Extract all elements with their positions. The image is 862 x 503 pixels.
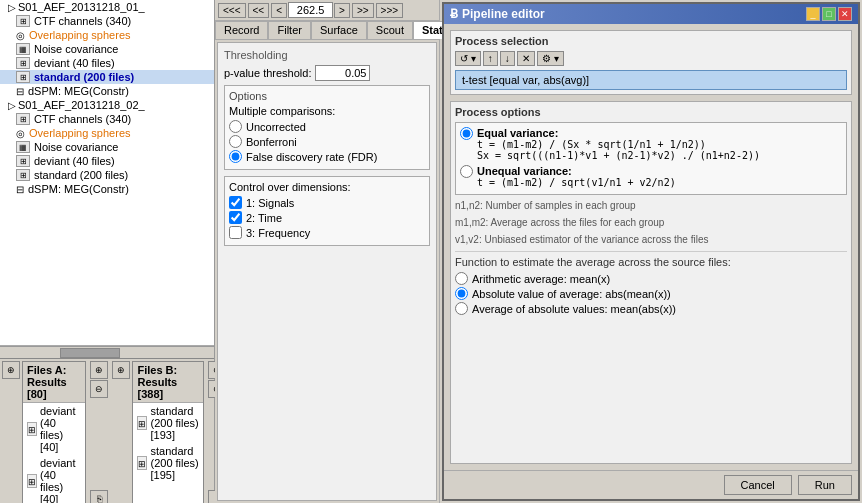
- dim3-row[interactable]: 3: Frequency: [229, 226, 425, 239]
- horizontal-scrollbar[interactable]: [0, 346, 214, 358]
- tree-item-label: Noise covariance: [34, 141, 118, 153]
- noise-icon: ▦: [16, 141, 30, 153]
- fdr-row[interactable]: False discovery rate (FDR): [229, 150, 425, 163]
- tree-item[interactable]: ◎ Overlapping spheres: [0, 28, 214, 42]
- tree-item[interactable]: ▦ Noise covariance: [0, 140, 214, 154]
- avg-absolute-radio[interactable]: [455, 287, 468, 300]
- tab-surface[interactable]: Surface: [311, 21, 367, 39]
- info3: v1,v2: Unbiased estimator of the varianc…: [455, 233, 847, 247]
- dim2-row[interactable]: 2: Time: [229, 211, 425, 224]
- list-item[interactable]: ⊞ standard (200 files) [193]: [133, 403, 203, 443]
- move-up-btn[interactable]: ↑: [483, 51, 498, 66]
- run-button[interactable]: Run: [798, 475, 852, 495]
- data-icon: ⊞: [16, 71, 30, 83]
- tree-item-label: deviant (40 files): [34, 57, 115, 69]
- nav-bar: <<< << < > >> >>>: [215, 0, 439, 21]
- dim2-label: 2: Time: [246, 212, 282, 224]
- dim1-row[interactable]: 1: Signals: [229, 196, 425, 209]
- tree-item[interactable]: ⊞ CTF channels (340): [0, 14, 214, 28]
- tabs-row: Record Filter Surface Scout Stat +: [215, 21, 439, 40]
- tree-item[interactable]: ⊞ standard (200 files): [0, 168, 214, 182]
- uncorrected-row[interactable]: Uncorrected: [229, 120, 425, 133]
- process-selection-section: Process selection ↺ ▾ ↑ ↓ ✕ ⚙ ▾ t-test […: [450, 30, 852, 95]
- tree-item[interactable]: ⊞ deviant (40 files): [0, 154, 214, 168]
- tree-item[interactable]: ▷ S01_AEF_20131218_02_: [0, 98, 214, 112]
- list-item[interactable]: ⊞ standard (200 files) [195]: [133, 443, 203, 483]
- dim3-checkbox[interactable]: [229, 226, 242, 239]
- thresholding-title: Thresholding: [224, 49, 430, 61]
- files-a-copy-btn[interactable]: ⎘: [90, 490, 108, 503]
- avg-mean-abs-row[interactable]: Average of absolute values: mean(abs(x)): [455, 302, 847, 315]
- fdr-label: False discovery rate (FDR): [246, 151, 377, 163]
- bonferroni-row[interactable]: Bonferroni: [229, 135, 425, 148]
- tab-scout[interactable]: Scout: [367, 21, 413, 39]
- pipeline-title-bar: Ƀ Pipeline editor _ □ ✕: [444, 4, 858, 24]
- minimize-btn[interactable]: _: [806, 7, 820, 21]
- tree-item[interactable]: ⊟ dSPM: MEG(Constr): [0, 182, 214, 196]
- file-icon: ⊞: [27, 422, 37, 436]
- tab-filter[interactable]: Filter: [268, 21, 310, 39]
- equal-variance-row[interactable]: Equal variance: t = (m1-m2) / (Sx * sqrt…: [460, 127, 842, 161]
- pipeline-body: Process selection ↺ ▾ ↑ ↓ ✕ ⚙ ▾ t-test […: [444, 24, 858, 470]
- scrollbar-thumb[interactable]: [60, 348, 120, 358]
- selected-process-item[interactable]: t-test [equal var, abs(avg)]: [455, 70, 847, 90]
- nav-next-btn[interactable]: >>: [352, 3, 374, 18]
- dim1-label: 1: Signals: [246, 197, 294, 209]
- pvalue-input[interactable]: [315, 65, 370, 81]
- avg-absolute-label: Absolute value of average: abs(mean(x)): [472, 288, 671, 300]
- delete-process-btn[interactable]: ✕: [517, 51, 535, 66]
- tree-item[interactable]: ◎ Overlapping spheres: [0, 126, 214, 140]
- cancel-button[interactable]: Cancel: [724, 475, 792, 495]
- files-a-remove-btn[interactable]: ⊖: [90, 380, 108, 398]
- tree-item[interactable]: ⊞ deviant (40 files): [0, 56, 214, 70]
- dim1-checkbox[interactable]: [229, 196, 242, 209]
- files-b-action-btn[interactable]: ⊕: [112, 361, 130, 379]
- stat-content: Thresholding p-value threshold: Options …: [217, 42, 437, 501]
- title-btns: _ □ ✕: [806, 7, 852, 21]
- equal-variance-radio[interactable]: [460, 127, 473, 140]
- left-panel: ▷ S01_AEF_20131218_01_ ⊞ CTF channels (3…: [0, 0, 215, 503]
- tree-item-label: deviant (40 files): [34, 155, 115, 167]
- uncorrected-radio[interactable]: [229, 120, 242, 133]
- unequal-variance-radio[interactable]: [460, 165, 473, 178]
- move-down-btn[interactable]: ↓: [500, 51, 515, 66]
- avg-arithmetic-row[interactable]: Arithmetic average: mean(x): [455, 272, 847, 285]
- process-options-title: Process options: [455, 106, 847, 118]
- nav-right-btn[interactable]: >: [334, 3, 350, 18]
- nav-prev-prev-btn[interactable]: <<<: [218, 3, 246, 18]
- files-a-add-btn[interactable]: ⊕: [90, 361, 108, 379]
- pvalue-label: p-value threshold:: [224, 67, 311, 79]
- close-btn[interactable]: ✕: [838, 7, 852, 21]
- options-box: Options Multiple comparisons: Uncorrecte…: [224, 85, 430, 170]
- bonferroni-radio[interactable]: [229, 135, 242, 148]
- nav-prev-btn[interactable]: <<: [248, 3, 270, 18]
- list-item[interactable]: ⊞ deviant (40 files) [40]: [23, 455, 85, 503]
- unequal-variance-row[interactable]: Unequal variance: t = (m1-m2) / sqrt(v1/…: [460, 165, 842, 188]
- tree-item[interactable]: ▷ S01_AEF_20131218_01_: [0, 0, 214, 14]
- files-a-action-btn[interactable]: ⊕: [2, 361, 20, 379]
- tab-record[interactable]: Record: [215, 21, 268, 39]
- expand-icon: ▷: [8, 2, 16, 13]
- undo-btn[interactable]: ↺ ▾: [455, 51, 481, 66]
- tree-item[interactable]: ▦ Noise covariance: [0, 42, 214, 56]
- nav-next-next-btn[interactable]: >>>: [376, 3, 404, 18]
- tree-item[interactable]: ⊟ dSPM: MEG(Constr): [0, 84, 214, 98]
- dim2-checkbox[interactable]: [229, 211, 242, 224]
- avg-mean-abs-radio[interactable]: [455, 302, 468, 315]
- tree-item-selected[interactable]: ⊞ standard (200 files): [0, 70, 214, 84]
- avg-arithmetic-label: Arithmetic average: mean(x): [472, 273, 610, 285]
- options-btn[interactable]: ⚙ ▾: [537, 51, 564, 66]
- avg-absolute-row[interactable]: Absolute value of average: abs(mean(x)): [455, 287, 847, 300]
- fdr-radio[interactable]: [229, 150, 242, 163]
- nav-left-btn[interactable]: <: [271, 3, 287, 18]
- list-item[interactable]: ⊞ deviant (40 files) [40]: [23, 403, 85, 455]
- equal-variance-title: Equal variance:: [477, 127, 558, 139]
- nav-value-input[interactable]: [288, 2, 333, 18]
- noise-icon: ▦: [16, 43, 30, 55]
- tree-item-label: S01_AEF_20131218_02_: [18, 99, 145, 111]
- tree-item[interactable]: ⊞ CTF channels (340): [0, 112, 214, 126]
- file-label: standard (200 files) [193]: [150, 405, 199, 441]
- tree-item-label: standard (200 files): [34, 71, 134, 83]
- avg-arithmetic-radio[interactable]: [455, 272, 468, 285]
- maximize-btn[interactable]: □: [822, 7, 836, 21]
